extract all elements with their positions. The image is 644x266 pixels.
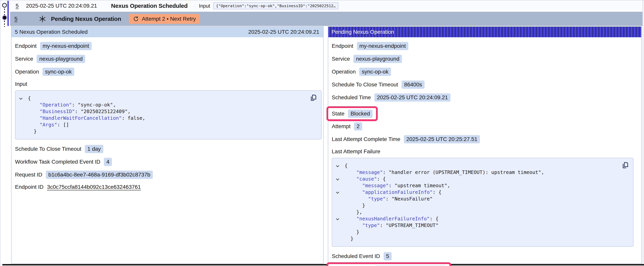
event-input-preview-badge: {"Operation":"sync-op-ok","BusinessID":"…: [213, 2, 338, 9]
operation-label: Operation: [15, 69, 39, 75]
event-detail-fields-bottom: Schedule To Close Timeout1 dayWorkflow T…: [15, 145, 322, 190]
last-attempt-complete-time-label: Last Attempt Complete Time: [332, 136, 400, 142]
input-json-lines: { "Operation": "sync-op-ok", "BusinessID…: [16, 95, 317, 135]
workflow-task-completed-event-id-label: Workflow Task Completed Event ID: [15, 159, 100, 165]
code-line: }: [332, 202, 629, 209]
schedule-to-close-timeout-value-badge: 86400s: [402, 81, 424, 89]
retry-attempt-badge: Attempt 2 • Next Retry: [129, 14, 200, 24]
endpoint-value-badge: my-nexus-endpoint: [40, 42, 92, 50]
field-workflow-task-completed-event-id: Workflow Task Completed Event ID4: [15, 158, 322, 166]
field-service: Servicenexus-playground: [15, 55, 322, 63]
field-endpoint: Endpointmy-nexus-endpoint: [332, 42, 634, 50]
timeline-accent-bar: [8, 1, 9, 26]
scheduled-time-value-badge: 2025-02-25 UTC 20:24:09.21: [374, 93, 450, 102]
input-section-label: Input: [15, 81, 322, 88]
field-schedule-to-close-timeout: Schedule To Close Timeout1 day: [15, 145, 322, 153]
code-line: "message": "handler error (UPSTREAM_TIME…: [332, 169, 629, 176]
service-label: Service: [332, 56, 350, 62]
service-value-badge: nexus-playground: [354, 55, 402, 63]
scheduled-time-label: Scheduled Time: [332, 94, 371, 101]
field-endpoint: Endpointmy-nexus-endpoint: [15, 42, 322, 50]
failure-section-label: Last Attempt Failure: [332, 148, 634, 155]
code-line: "Operation": "sync-op-ok",: [16, 102, 317, 108]
code-line: "type": "UPSTREAM_TIMEOUT": [332, 222, 629, 229]
operation-value-badge: sync-op-ok: [42, 68, 74, 76]
timeline-dashed-connector: [4, 21, 5, 27]
schedule-to-close-timeout-label: Schedule To Close Timeout: [15, 146, 81, 152]
failure-json-lines: { "message": "handler error (UPSTREAM_TI…: [332, 162, 629, 242]
retry-attempt-text: Attempt 2 • Next Retry: [142, 16, 196, 22]
scrollbar-track[interactable]: [642, 1, 644, 266]
collapse-chevron-icon[interactable]: [336, 217, 339, 220]
field-last-attempt-complete-time: Last Attempt Complete Time2025-02-25 UTC…: [332, 135, 634, 143]
endpoint-id-value-link[interactable]: 3c0c75ccfa8144b092c13ce632463761: [47, 184, 141, 190]
event-detail-header-timestamp: 2025-02-25 UTC 20:24:09.21: [248, 29, 319, 35]
code-line: },: [332, 209, 629, 215]
service-value-badge: nexus-playground: [37, 55, 85, 63]
operation-label: Operation: [332, 69, 356, 75]
pending-fields-top: Endpointmy-nexus-endpointServicenexus-pl…: [332, 42, 634, 102]
event-detail-panel: 5 Nexus Operation Scheduled 2025-02-25 U…: [11, 26, 324, 264]
field-scheduled-event-id: Scheduled Event ID 5: [332, 252, 634, 260]
field-operation: Operationsync-op-ok: [15, 68, 322, 76]
event-row-pending-nexus-operation[interactable]: 5 Pending Nexus Operation Attempt 2 • Ne…: [10, 12, 642, 26]
state-annotation-box: State Blocked: [326, 106, 378, 121]
timeline-open-node-icon: [2, 3, 7, 8]
event-row-nexus-operation-scheduled[interactable]: 5 2025-02-25 UTC 20:24:09.21 Nexus Opera…: [10, 1, 642, 11]
blocked-reason-annotation-box: Blocked Reason The circuit breaker is op…: [326, 262, 451, 266]
code-line: }: [332, 229, 629, 235]
event-title: Nexus Operation Scheduled: [111, 3, 188, 9]
collapse-chevron-icon[interactable]: [336, 177, 339, 181]
attempt-label: Attempt: [332, 123, 350, 129]
code-line: "message": "upstream timeout",: [332, 182, 629, 189]
pending-operation-header-title: Pending Nexus Operation: [332, 29, 394, 35]
collapse-chevron-icon[interactable]: [336, 190, 339, 194]
event-detail-header: 5 Nexus Operation Scheduled 2025-02-25 U…: [12, 27, 323, 37]
request-id-label: Request ID: [15, 172, 42, 178]
event-id-link[interactable]: 5: [14, 16, 18, 22]
pending-operation-title: Pending Nexus Operation: [51, 16, 121, 22]
code-line: "HandlerWaitForCancellation": false,: [16, 115, 317, 122]
pending-operation-panel: Pending Nexus Operation Endpointmy-nexus…: [328, 26, 642, 264]
code-line: "cause": {: [332, 176, 629, 182]
schedule-to-close-timeout-label: Schedule To Close Timeout: [332, 82, 398, 88]
event-detail-header-title: 5 Nexus Operation Scheduled: [15, 29, 88, 35]
timeline-dashed-connector: [4, 9, 5, 16]
field-endpoint-id: Endpoint ID3c0c75ccfa8144b092c13ce632463…: [15, 183, 322, 190]
code-line: {: [332, 162, 629, 169]
code-line: "applicationFailureInfo": {: [332, 189, 629, 196]
pending-operation-header: Pending Nexus Operation: [328, 27, 641, 37]
last-attempt-complete-time-value-badge: 2025-02-25 UTC 20:25:27.51: [404, 135, 480, 143]
state-row: State Blocked: [332, 106, 634, 121]
field-operation: Operationsync-op-ok: [332, 68, 634, 76]
code-line: }: [16, 128, 317, 135]
state-value-badge: Blocked: [348, 110, 372, 118]
collapse-chevron-icon[interactable]: [19, 97, 22, 100]
scheduled-event-id-badge: 5: [384, 252, 392, 260]
code-line: "type": "NexusFailure": [332, 196, 629, 202]
retry-icon: [133, 16, 139, 22]
code-line: "BusinessID": "20250225122409",: [16, 108, 317, 115]
schedule-to-close-timeout-value-badge: 1 day: [85, 145, 103, 153]
service-label: Service: [15, 56, 33, 62]
workflow-event-history-page: 5 2025-02-25 UTC 20:24:09.21 Nexus Opera…: [0, 0, 644, 266]
field-schedule-to-close-timeout: Schedule To Close Timeout86400s: [332, 81, 634, 89]
field-scheduled-time: Scheduled Time2025-02-25 UTC 20:24:09.21: [332, 93, 634, 102]
endpoint-id-label: Endpoint ID: [15, 184, 44, 190]
endpoint-label: Endpoint: [15, 43, 37, 49]
code-line: {: [16, 95, 317, 102]
event-detail-fields-top: Endpointmy-nexus-endpointServicenexus-pl…: [15, 42, 322, 76]
event-detail-body: Endpointmy-nexus-endpointServicenexus-pl…: [12, 37, 323, 190]
code-line: }: [332, 235, 629, 242]
field-attempt: Attempt2: [332, 122, 634, 130]
endpoint-label: Endpoint: [332, 43, 354, 49]
code-line: "nexusHandlerFailureInfo": {: [332, 215, 629, 222]
pending-fields-mid: Attempt2Last Attempt Complete Time2025-0…: [332, 122, 634, 143]
pending-asterisk-icon: [39, 16, 46, 23]
collapse-chevron-icon[interactable]: [336, 164, 339, 167]
field-request-id: Request IDb1c6a4bc-8ee7-468a-9169-df3b02…: [15, 171, 322, 179]
failure-json-viewer: { "message": "handler error (UPSTREAM_TI…: [332, 158, 634, 247]
pending-operation-body: Endpointmy-nexus-endpointServicenexus-pl…: [328, 37, 641, 266]
event-id-link[interactable]: 5: [16, 3, 19, 9]
bottom-divider-line: [2, 264, 644, 265]
